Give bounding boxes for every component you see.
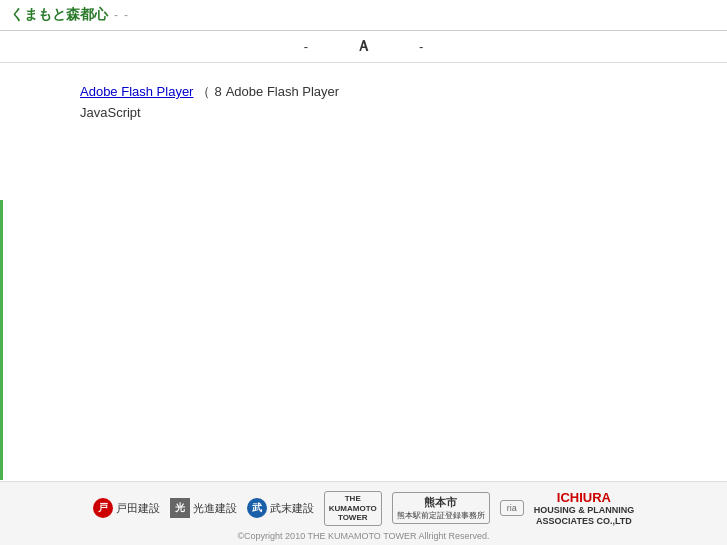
logo-toda: 戸 戸田建設 (93, 498, 160, 518)
nav-item-2[interactable]: Ａ (352, 35, 375, 58)
takesue-label: 武末建設 (270, 501, 314, 516)
header-subtext: - (124, 8, 128, 22)
ria-logo: ria (500, 500, 524, 516)
nav-item-3[interactable]: - (415, 37, 427, 56)
takesue-icon: 武 (247, 498, 267, 518)
flash-js-row: JavaScript (80, 105, 647, 120)
flash-notice: Adobe Flash Player （ 8 Adobe Flash Playe… (80, 83, 647, 120)
left-accent-bar (0, 200, 3, 480)
flash-paren: （ (197, 83, 210, 101)
tower-line2: KUMAMOTO (329, 504, 377, 514)
tower-line3: TOWER (329, 513, 377, 523)
flash-js-text: JavaScript (80, 105, 141, 120)
flash-desc: Adobe Flash Player (226, 84, 339, 99)
footer: 戸 戸田建設 光 光進建設 武 武末建設 THE KUMAMOTO TOWER … (0, 481, 727, 545)
adobe-flash-player-link[interactable]: Adobe Flash Player (80, 84, 193, 99)
site-title: くまもと森都心 (10, 6, 108, 24)
logo-koshin: 光 光進建設 (170, 498, 237, 518)
footer-logos: 戸 戸田建設 光 光進建設 武 武末建設 THE KUMAMOTO TOWER … (10, 490, 717, 527)
city-logo-box: 熊本市 熊本駅前定証登録事務所 (392, 492, 490, 524)
ichiura-sub2: ASSOCIATES CO.,LTD (534, 516, 635, 527)
navbar: - Ａ - (0, 31, 727, 63)
logo-takesue: 武 武末建設 (247, 498, 314, 518)
city-sub: 熊本駅前定証登録事務所 (397, 510, 485, 521)
header-separator: - (114, 8, 118, 22)
header: くまもと森都心 - - (0, 0, 727, 31)
koshin-label: 光進建設 (193, 501, 237, 516)
copyright-text: ©Copyright 2010 THE KUMAMOTO TOWER Allri… (10, 531, 717, 541)
ichiura-logo-box: ICHIURA HOUSING & PLANNING ASSOCIATES CO… (534, 490, 635, 527)
flash-version: 8 (214, 84, 221, 99)
nav-item-1[interactable]: - (300, 37, 312, 56)
logo-ria: ria (500, 500, 524, 516)
koshin-icon: 光 (170, 498, 190, 518)
tower-logo-box: THE KUMAMOTO TOWER (324, 491, 382, 526)
tower-line1: THE (329, 494, 377, 504)
toda-label: 戸田建設 (116, 501, 160, 516)
logo-ichiura: ICHIURA HOUSING & PLANNING ASSOCIATES CO… (534, 490, 635, 527)
logo-city: 熊本市 熊本駅前定証登録事務所 (392, 492, 490, 524)
logo-tower: THE KUMAMOTO TOWER (324, 491, 382, 526)
ichiura-main: ICHIURA (534, 490, 635, 506)
toda-icon: 戸 (93, 498, 113, 518)
city-name: 熊本市 (397, 495, 485, 510)
main-content: Adobe Flash Player （ 8 Adobe Flash Playe… (0, 63, 727, 423)
ichiura-sub: HOUSING & PLANNING (534, 505, 635, 516)
flash-notice-row: Adobe Flash Player （ 8 Adobe Flash Playe… (80, 83, 647, 101)
